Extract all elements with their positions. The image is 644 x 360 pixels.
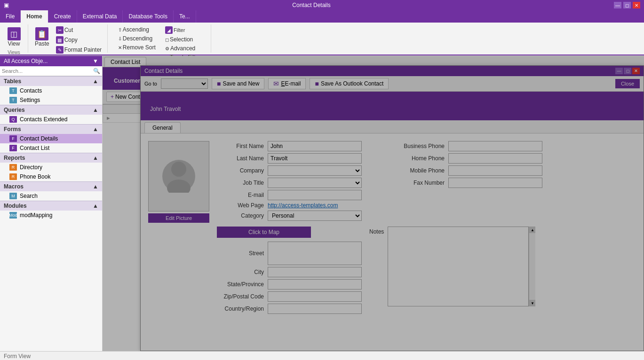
ribbon-group-views: ◫ View Views bbox=[0, 24, 28, 53]
module-icon: Mod bbox=[9, 212, 17, 219]
remove-sort-button[interactable]: ✕ Remove Sort bbox=[116, 43, 158, 52]
report-icon-2: R bbox=[9, 173, 17, 180]
filter-button[interactable]: ◢ Filter bbox=[163, 25, 202, 35]
title-bar-title: Contact Details bbox=[292, 2, 330, 8]
table-icon: T bbox=[9, 87, 17, 94]
tab-external-data[interactable]: External Data bbox=[77, 10, 123, 23]
nav-section-macros[interactable]: Macros ▲ bbox=[0, 181, 102, 191]
forms-collapse-icon: ▲ bbox=[93, 126, 98, 133]
paste-icon: 📋 bbox=[35, 27, 48, 40]
sort-btns: ⇧ Ascending ⇩ Descending ✕ Remove Sort bbox=[116, 25, 158, 52]
tab-create[interactable]: Create bbox=[48, 10, 77, 23]
nav-item-phone-book[interactable]: R Phone Book bbox=[0, 172, 102, 181]
tab-extra[interactable]: Te... bbox=[174, 10, 196, 23]
nav-section-queries[interactable]: Queries ▲ bbox=[0, 105, 102, 115]
app-icon: ▣ bbox=[4, 2, 9, 8]
macros-collapse-icon: ▲ bbox=[93, 183, 98, 190]
descending-icon: ⇩ bbox=[118, 36, 122, 41]
paste-button[interactable]: 📋 Paste bbox=[32, 25, 52, 49]
tab-database-tools[interactable]: Database Tools bbox=[123, 10, 174, 23]
view-icon: ◫ bbox=[8, 27, 21, 40]
ribbon-content: ◫ View Views 📋 Paste ✂ Cut ▦ bbox=[0, 23, 644, 55]
status-bar: Form View bbox=[0, 351, 644, 360]
report-icon: R bbox=[9, 164, 17, 171]
navigation-pane: All Access Obje... ▼ 🔍 Tables ▲ T Contac… bbox=[0, 56, 103, 351]
ascending-button[interactable]: ⇧ Ascending bbox=[116, 25, 158, 34]
form-icon-2: F bbox=[9, 145, 17, 151]
tab-home[interactable]: Home bbox=[21, 10, 48, 23]
nav-item-settings[interactable]: T Settings bbox=[0, 95, 102, 105]
nav-item-contact-details[interactable]: F Contact Details bbox=[0, 134, 102, 143]
format-painter-button[interactable]: ✎ Format Painter bbox=[54, 45, 103, 55]
ribbon-group-sort-filter: ⇧ Ascending ⇩ Descending ✕ Remove Sort ◢ bbox=[108, 24, 211, 53]
ribbon-clipboard-items: 📋 Paste ✂ Cut ▦ Copy ✎ Format Painter bbox=[32, 25, 103, 55]
nav-search-bar[interactable]: 🔍 bbox=[0, 66, 102, 76]
main-layout: All Access Obje... ▼ 🔍 Tables ▲ T Contac… bbox=[0, 56, 644, 351]
nav-item-mod-mapping[interactable]: Mod modMapping bbox=[0, 211, 102, 220]
nav-item-contact-list[interactable]: F Contact List bbox=[0, 143, 102, 153]
close-window-button[interactable]: ✕ bbox=[633, 2, 640, 8]
cut-button[interactable]: ✂ Cut bbox=[54, 25, 103, 35]
nav-header[interactable]: All Access Obje... ▼ bbox=[0, 56, 102, 66]
dialog-overlay bbox=[103, 56, 644, 351]
remove-sort-icon: ✕ bbox=[118, 45, 122, 50]
ribbon-views-items: ◫ View bbox=[5, 25, 24, 49]
ribbon: File Home Create External Data Database … bbox=[0, 10, 644, 56]
advanced-button[interactable]: ⚙ Advanced bbox=[163, 44, 202, 53]
format-painter-icon: ✎ bbox=[56, 46, 64, 54]
nav-chevron-icon: ▼ bbox=[93, 58, 98, 64]
queries-collapse-icon: ▲ bbox=[93, 107, 98, 113]
restore-button[interactable]: ◻ bbox=[623, 2, 631, 8]
view-button[interactable]: ◫ View bbox=[5, 25, 24, 49]
search-icon: 🔍 bbox=[93, 68, 100, 74]
selection-icon: ◻ bbox=[165, 37, 169, 42]
nav-item-contacts[interactable]: T Contacts bbox=[0, 86, 102, 95]
table-icon-2: T bbox=[9, 97, 17, 103]
ribbon-tab-bar: File Home Create External Data Database … bbox=[0, 10, 644, 23]
minimize-button[interactable]: — bbox=[614, 2, 621, 8]
filter-icon: ◢ bbox=[165, 26, 173, 34]
ascending-icon: ⇧ bbox=[118, 27, 122, 32]
selection-button[interactable]: ◻ Selection bbox=[163, 35, 202, 44]
nav-title: All Access Obje... bbox=[4, 58, 48, 64]
clipboard-small-btns: ✂ Cut ▦ Copy ✎ Format Painter bbox=[54, 25, 103, 55]
nav-item-directory[interactable]: R Directory bbox=[0, 163, 102, 172]
nav-section-modules[interactable]: Modules ▲ bbox=[0, 201, 102, 211]
status-text: Form View bbox=[4, 353, 31, 360]
query-icon: Q bbox=[9, 116, 17, 123]
form-icon: F bbox=[9, 135, 17, 142]
nav-item-contacts-extended[interactable]: Q Contacts Extended bbox=[0, 115, 102, 124]
macro-icon: M bbox=[9, 193, 17, 199]
tab-file[interactable]: File bbox=[0, 10, 21, 23]
content-area: Contact List Customer Contacts + New Con… bbox=[103, 56, 644, 351]
ribbon-group-clipboard: 📋 Paste ✂ Cut ▦ Copy ✎ Format Painter bbox=[28, 24, 108, 53]
copy-button[interactable]: ▦ Copy bbox=[54, 35, 103, 45]
copy-icon: ▦ bbox=[56, 36, 64, 44]
title-bar: ▣ Contact Details — ◻ ✕ bbox=[0, 0, 644, 10]
cut-icon: ✂ bbox=[56, 26, 64, 34]
window-controls: — ◻ ✕ bbox=[614, 2, 640, 8]
reports-collapse-icon: ▲ bbox=[93, 155, 98, 161]
modules-collapse-icon: ▲ bbox=[93, 203, 98, 209]
nav-item-search[interactable]: M Search bbox=[0, 191, 102, 201]
section-collapse-icon: ▲ bbox=[93, 78, 98, 85]
search-input[interactable] bbox=[2, 68, 93, 74]
nav-section-reports[interactable]: Reports ▲ bbox=[0, 153, 102, 163]
advanced-icon: ⚙ bbox=[165, 46, 169, 51]
nav-section-tables[interactable]: Tables ▲ bbox=[0, 76, 102, 86]
descending-button[interactable]: ⇩ Descending bbox=[116, 34, 158, 43]
nav-section-forms[interactable]: Forms ▲ bbox=[0, 124, 102, 134]
